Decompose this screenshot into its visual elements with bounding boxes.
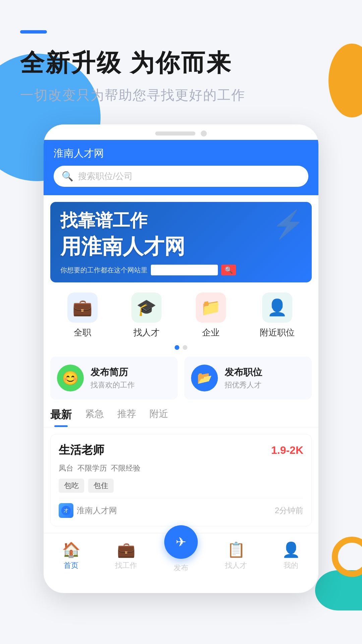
category-item-talent[interactable]: 🎓 找人才 [131,292,162,338]
category-icon-nearby: 👤 [262,292,292,323]
action-card-resume-text: 发布简历 找喜欢的工作 [90,366,135,390]
job-tabs: 最新 紧急 推荐 附近 [44,399,318,427]
profile-icon: 👤 [282,541,300,558]
job-card-footer: 才 淮南人才网 2分钟前 [59,498,303,518]
job-post-title: 发布职位 [225,366,262,379]
job-benefits-row: 包吃 包住 [59,479,303,493]
job-benefit-food: 包吃 [59,479,84,493]
job-experience-tag: 不限经验 [111,463,140,473]
job-post-time: 2分钟前 [275,505,303,516]
action-card-resume[interactable]: 😊 发布简历 找喜欢的工作 [50,357,178,399]
category-item-nearby[interactable]: 👤 附近职位 [260,292,295,338]
promo-banner[interactable]: 找靠谱工作 用淮南人才网 你想要的工作都在这个网站里 🔍 ⚡ [50,202,312,282]
banner-search-box [151,265,218,275]
main-heading: 全新升级 为你而来 [20,47,342,79]
tab-latest[interactable]: 最新 [50,408,72,427]
talent-icon: 📋 [227,541,245,558]
category-row: 💼 全职 🎓 找人才 📁 企业 👤 附近职位 [44,282,318,342]
company-info: 才 淮南人才网 [59,503,117,518]
phone-speaker [155,131,195,136]
category-label-talent: 找人才 [133,327,160,338]
bottom-navigation: 🏠 首页 💼 找工作 ✈ 发布 📋 找人才 👤 我的 [44,533,318,583]
job-education-tag: 不限学历 [77,463,107,473]
phone-camera [201,130,207,137]
phone-top-bar [44,124,318,140]
search-bar[interactable]: 🔍 搜索职位/公司 [54,166,308,187]
nav-label-home: 首页 [64,560,78,571]
nav-label-publish: 发布 [174,563,188,573]
app-header: 淮南人才网 🔍 搜索职位/公司 [44,140,318,195]
carousel-dots [44,342,318,353]
dot-2[interactable] [183,345,187,350]
job-avatar: 📂 [191,365,218,391]
nav-label-jobs: 找工作 [115,560,137,571]
publish-icon: ✈ [176,535,186,549]
tab-urgent[interactable]: 紧急 [85,408,104,427]
job-salary: 1.9-2K [271,444,303,457]
jobs-icon: 💼 [117,541,135,558]
resume-title: 发布简历 [90,366,135,379]
banner-search-icon: 🔍 [225,266,233,274]
nav-item-talent[interactable]: 📋 找人才 [216,541,256,571]
main-subtitle: 一切改变只为帮助您寻找更好的工作 [20,86,342,104]
nav-item-publish[interactable]: ✈ 发布 [161,539,201,573]
search-icon: 🔍 [62,171,73,182]
action-cards-row: 😊 发布简历 找喜欢的工作 📂 发布职位 招优秀人才 [44,357,318,399]
category-item-enterprise[interactable]: 📁 企业 [196,292,226,338]
banner-line2: 用淮南人才网 [60,232,302,261]
phone-mockup: 淮南人才网 🔍 搜索职位/公司 找靠谱工作 用淮南人才网 你想要的工作都在这个网… [44,124,318,593]
header-area: 全新升级 为你而来 一切改变只为帮助您寻找更好的工作 [0,0,362,104]
company-logo-icon: 才 [61,506,71,515]
job-listing-card[interactable]: 生活老师 1.9-2K 凤台 不限学历 不限经验 包吃 包住 才 淮南人才网 2… [50,434,312,526]
dot-1[interactable] [175,345,179,350]
category-icon-fulltime: 💼 [67,292,98,323]
nav-label-talent: 找人才 [225,560,247,571]
action-card-job[interactable]: 📂 发布职位 招优秀人才 [184,357,312,399]
nav-item-jobs[interactable]: 💼 找工作 [106,541,146,571]
tab-recommended[interactable]: 推荐 [117,408,136,427]
company-logo: 才 [59,503,73,518]
category-label-fulltime: 全职 [74,327,91,338]
nav-item-home[interactable]: 🏠 首页 [51,541,91,571]
nav-label-profile: 我的 [284,560,298,571]
job-card-header: 生活老师 1.9-2K [59,442,303,458]
category-icon-enterprise: 📁 [196,292,226,323]
category-label-enterprise: 企业 [202,327,220,338]
category-item-fulltime[interactable]: 💼 全职 [67,292,98,338]
header-dash-decoration [20,30,47,34]
job-location-tag: 凤台 [59,463,73,473]
job-post-subtitle: 招优秀人才 [225,380,262,390]
publish-button[interactable]: ✈ [164,525,198,559]
action-card-job-text: 发布职位 招优秀人才 [225,366,262,390]
search-input-placeholder: 搜索职位/公司 [78,170,133,182]
job-tags-row: 凤台 不限学历 不限经验 [59,463,303,473]
category-icon-talent: 🎓 [131,292,162,323]
category-label-nearby: 附近职位 [260,327,295,338]
job-title: 生活老师 [59,442,104,458]
banner-line1: 找靠谱工作 [60,209,302,232]
banner-search-button[interactable]: 🔍 [221,265,236,275]
tab-nearby[interactable]: 附近 [149,408,168,427]
resume-avatar: 😊 [57,365,84,391]
app-title: 淮南人才网 [54,147,308,160]
job-benefit-housing: 包住 [88,479,114,493]
banner-decoration: ⚡ [272,209,305,240]
home-icon: 🏠 [62,541,80,558]
banner-subtext: 你想要的工作都在这个网站里 [60,266,147,275]
nav-item-profile[interactable]: 👤 我的 [271,541,311,571]
resume-subtitle: 找喜欢的工作 [90,380,135,390]
svg-text:才: 才 [64,508,68,513]
banner-sub-row: 你想要的工作都在这个网站里 🔍 [60,265,302,275]
company-name: 淮南人才网 [77,505,117,516]
